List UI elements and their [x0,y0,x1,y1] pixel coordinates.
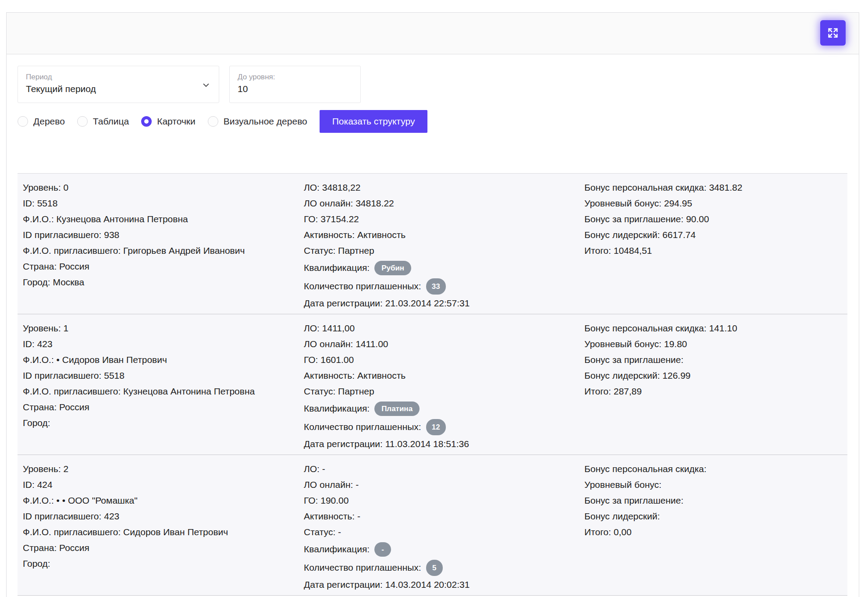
expand-arrows-icon [826,26,840,39]
invited-count-badge: 33 [426,278,446,295]
badge-line: Количество приглашенных:33 [304,277,579,295]
field-line: ID пригласившего: 938 [23,227,299,243]
badge-line: Количество приглашенных:12 [304,418,579,436]
field-line: Город: [23,556,299,572]
field-label: Квалификация: [304,263,370,273]
field-line: Уровневый бонус: [584,477,847,493]
field-line: Уровень: 0 [23,180,299,195]
field-line: Ф.И.О.: • Сидоров Иван Петрович [23,352,299,368]
radio-option-tree[interactable]: Дерево [18,116,65,127]
expand-button[interactable] [820,20,846,46]
radio-option-cards[interactable]: Карточки [141,116,196,127]
field-line: ГО: 1601.00 [304,352,579,368]
filters-row: Период Текущий период До уровня: [18,66,847,103]
badge-line: Квалификация:Платина [304,399,579,418]
field-line: Ф.И.О. пригласившего: Сидоров Иван Петро… [23,524,299,540]
radio-circle-icon [18,116,28,127]
field-line: Активность: - [304,508,579,524]
level-label: До уровня: [238,73,352,82]
panel-content: Период Текущий период До уровня: ДеревоТ… [7,54,859,596]
qualification-badge: Рубин [374,261,411,275]
field-line: ID пригласившего: 5518 [23,368,299,384]
field-line: Бонус персональная скидка: 3481.82 [584,180,847,195]
member-bonuses-column: Бонус персональная скидка:Уровневый бону… [579,461,847,593]
field-line: ЛО онлайн: - [304,477,579,493]
field-line: Бонус за приглашение: [584,352,847,368]
field-line: Ф.И.О. пригласившего: Кузнецова Антонина… [23,384,299,399]
field-line: Бонус персональная скидка: 141.10 [584,320,847,336]
field-line: Ф.И.О.: Кузнецова Антонина Петровна [23,211,299,227]
member-identity-column: Уровень: 0ID: 5518Ф.И.О.: Кузнецова Анто… [18,180,299,311]
field-line: Бонус лидерский: 6617.74 [584,227,847,243]
field-line: Бонус персональная скидка: [584,461,847,477]
badge-line: Квалификация:Рубин [304,259,579,277]
radio-option-label: Дерево [33,116,65,127]
member-stats-column: ЛО: -ЛО онлайн: -ГО: 190.00Активность: -… [299,461,579,593]
field-line: ЛО: - [304,461,579,477]
member-identity-column: Уровень: 2ID: 424Ф.И.О.: • • ООО "Ромашк… [18,461,299,593]
field-line: Бонус лидерский: [584,508,847,524]
field-line: Уровень: 2 [23,461,299,477]
member-bonuses-column: Бонус персональная скидка: 3481.82Уровне… [579,180,847,311]
period-value: Текущий период [26,82,211,96]
field-line: Бонус лидерский: 126.99 [584,368,847,384]
radio-option-label: Визуальное дерево [224,116,307,127]
field-line: ЛО: 34818,22 [304,180,579,195]
field-line: ГО: 190.00 [304,493,579,508]
invited-count-badge: 12 [426,419,446,435]
field-line: ЛО онлайн: 1411.00 [304,336,579,352]
radio-circle-icon [141,116,152,127]
badge-line: Квалификация:- [304,540,579,558]
field-line: ID: 5518 [23,195,299,211]
field-line: Активность: Активность [304,227,579,243]
member-card: Уровень: 2ID: 424Ф.И.О.: • • ООО "Ромашк… [18,455,847,596]
field-line: Уровень: 1 [23,320,299,336]
radio-circle-icon [208,116,218,127]
field-line: ЛО: 1411,00 [304,320,579,336]
level-input[interactable] [238,82,352,96]
field-line: Дата регистрации: 21.03.2014 22:57:31 [304,295,579,311]
member-card: Уровень: 0ID: 5518Ф.И.О.: Кузнецова Анто… [18,174,847,314]
card-list: Уровень: 0ID: 5518Ф.И.О.: Кузнецова Анто… [18,173,847,596]
field-line: ЛО онлайн: 34818.22 [304,195,579,211]
field-line: Страна: Россия [23,259,299,274]
field-line: Активность: Активность [304,368,579,384]
panel-topbar [7,13,859,54]
field-line: Итого: 0,00 [584,524,847,540]
field-line: ГО: 37154.22 [304,211,579,227]
field-line: Дата регистрации: 14.03.2014 20:02:31 [304,577,579,593]
field-line: ID пригласившего: 423 [23,508,299,524]
invited-count-badge: 5 [426,560,443,576]
field-label: Количество приглашенных: [304,281,421,291]
radio-option-label: Таблица [93,116,129,127]
field-label: Квалификация: [304,403,370,414]
field-line: Статус: Партнер [304,243,579,259]
chevron-down-icon [201,80,211,92]
field-line: Итого: 10484,51 [584,243,847,259]
radio-option-visual-tree[interactable]: Визуальное дерево [208,116,307,127]
field-label: Количество приглашенных: [304,422,421,432]
field-line: Бонус за приглашение: [584,493,847,508]
field-line: ID: 423 [23,336,299,352]
field-line: Ф.И.О. пригласившего: Григорьев Андрей И… [23,243,299,259]
period-label: Период [26,73,211,82]
view-mode-radio-group: ДеревоТаблицаКарточкиВизуальное дерево П… [18,110,847,133]
qualification-badge: - [374,542,391,557]
field-line: ID: 424 [23,477,299,493]
field-line: Город: [23,415,299,431]
member-identity-column: Уровень: 1ID: 423Ф.И.О.: • Сидоров Иван … [18,320,299,452]
radio-circle-icon [77,116,88,127]
show-structure-button[interactable]: Показать структуру [320,110,428,133]
field-line: Дата регистрации: 11.03.2014 18:51:36 [304,436,579,452]
member-card: Уровень: 1ID: 423Ф.И.О.: • Сидоров Иван … [18,314,847,455]
field-label: Количество приглашенных: [304,562,421,573]
field-line: Страна: Россия [23,399,299,415]
field-line: Статус: - [304,524,579,540]
field-line: Статус: Партнер [304,384,579,399]
period-select[interactable]: Период Текущий период [18,66,219,103]
radio-option-table[interactable]: Таблица [77,116,129,127]
field-line: Итого: 287,89 [584,384,847,399]
field-line: Уровневый бонус: 19.80 [584,336,847,352]
member-stats-column: ЛО: 1411,00ЛО онлайн: 1411.00ГО: 1601.00… [299,320,579,452]
member-stats-column: ЛО: 34818,22ЛО онлайн: 34818.22ГО: 37154… [299,180,579,311]
